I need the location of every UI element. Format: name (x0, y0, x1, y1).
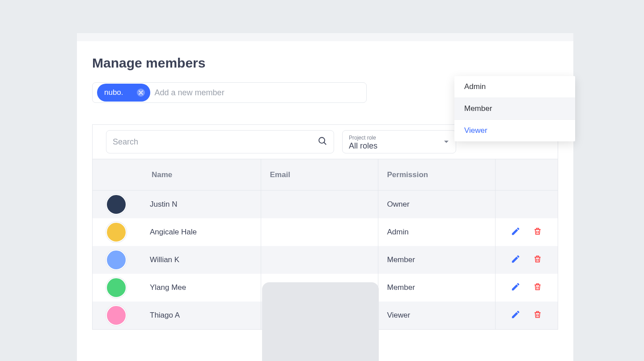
cell-actions (495, 274, 558, 302)
cell-actions (495, 302, 558, 329)
cell-email (261, 246, 378, 274)
pencil-icon (511, 226, 521, 236)
cell-actions (495, 246, 558, 274)
col-header-permission: Permission (378, 159, 495, 191)
table-row: Angicale HaleAdmin (93, 218, 558, 246)
table-row: Justin NOwner (93, 191, 558, 218)
role-filter-value: All roles (349, 141, 449, 151)
cell-permission: Member (378, 274, 495, 302)
top-strip (77, 33, 573, 41)
member-chip[interactable]: nubo. (97, 84, 150, 102)
cell-permission: Owner (378, 191, 495, 218)
page-title: Manage members (92, 55, 558, 71)
edit-button[interactable] (511, 282, 521, 293)
avatar (106, 194, 127, 215)
col-header-actions (495, 159, 558, 191)
cell-permission: Admin (378, 218, 495, 246)
search-input[interactable] (113, 137, 318, 147)
cell-name: Thiago A (93, 302, 261, 329)
avatar (106, 222, 127, 242)
member-name: Ylang Mee (150, 283, 186, 292)
member-name: Thiago A (150, 311, 180, 320)
avatar (106, 250, 127, 270)
edit-button[interactable] (511, 254, 521, 265)
member-input[interactable]: nubo. Add a new member (92, 82, 367, 103)
pencil-icon (511, 282, 521, 292)
search-field[interactable] (106, 130, 334, 153)
trash-icon (533, 310, 542, 319)
dropdown-option[interactable]: Admin (454, 76, 575, 98)
delete-button[interactable] (533, 282, 542, 293)
cell-name: Willian K (93, 246, 261, 274)
delete-button[interactable] (533, 254, 542, 265)
cell-name: Ylang Mee (93, 274, 261, 302)
email-obscured-overlay (262, 282, 379, 361)
avatar (106, 277, 127, 298)
member-input-placeholder: Add a new member (155, 88, 225, 98)
cell-name: Angicale Hale (93, 218, 261, 246)
trash-icon (533, 226, 542, 236)
table-row: Willian KMember (93, 246, 558, 274)
trash-icon (533, 282, 542, 292)
delete-button[interactable] (533, 310, 542, 321)
dropdown-option[interactable]: Member (454, 98, 575, 120)
cell-permission: Viewer (378, 302, 495, 329)
svg-point-0 (319, 137, 325, 143)
cell-email (261, 218, 378, 246)
edit-button[interactable] (511, 226, 521, 238)
member-chip-label: nubo. (104, 88, 123, 97)
role-filter-label: Project role (349, 135, 449, 140)
role-filter-select[interactable]: Project role All roles (342, 130, 456, 153)
pencil-icon (511, 310, 521, 319)
cell-permission: Member (378, 246, 495, 274)
cell-actions (495, 218, 558, 246)
cell-actions (495, 191, 558, 218)
role-dropdown: AdminMemberViewer (454, 76, 575, 141)
svg-line-1 (324, 142, 326, 144)
page-container: Manage members nubo. Add a new member Ad… (77, 33, 573, 361)
cell-name: Justin N (93, 191, 261, 218)
search-icon (318, 136, 327, 148)
content-area: Manage members nubo. Add a new member Ad… (77, 41, 573, 330)
member-name: Justin N (150, 200, 177, 209)
member-name: Willian K (150, 255, 179, 264)
pencil-icon (511, 254, 521, 264)
dropdown-option[interactable]: Viewer (454, 120, 575, 141)
chip-remove-icon[interactable] (137, 89, 145, 97)
cell-email (261, 191, 378, 218)
edit-button[interactable] (511, 310, 521, 321)
delete-button[interactable] (533, 226, 542, 238)
chevron-down-icon (444, 141, 449, 143)
col-header-email: Email (261, 159, 378, 191)
trash-icon (533, 254, 542, 264)
member-name: Angicale Hale (150, 228, 197, 237)
col-header-name: Name (93, 159, 261, 191)
avatar (106, 305, 127, 326)
members-panel: Project role All roles Name Email Permis… (92, 124, 558, 330)
